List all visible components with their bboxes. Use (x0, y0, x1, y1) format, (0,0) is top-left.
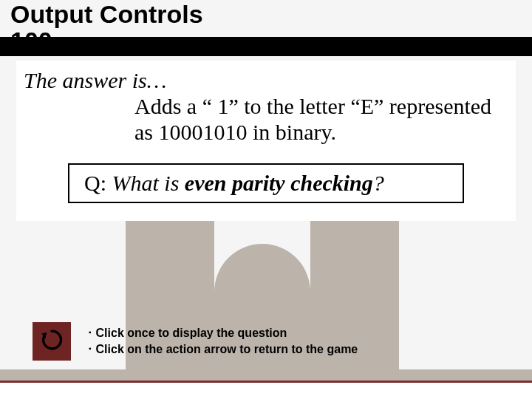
answer-lead: The answer is… (24, 68, 508, 93)
answer-panel: The answer is… Adds a “ 1” to the letter… (16, 61, 516, 221)
bullet-icon: ▪ (89, 325, 92, 340)
bullet-icon: ▪ (89, 341, 92, 356)
question-term: even parity checking (185, 171, 373, 195)
answer-body: Adds a “ 1” to the letter “E” represente… (134, 93, 508, 146)
question-suffix: ? (373, 171, 384, 195)
title-line-1: Output Controls (10, 0, 203, 28)
slide-title: Output Controls 100 (10, 1, 203, 54)
return-button[interactable] (33, 322, 71, 361)
question-prefix: What is (112, 171, 185, 195)
return-arrow-icon (39, 327, 64, 355)
instruction-line-2: Click on the action arrow to return to t… (96, 341, 358, 358)
title-line-2: 100 (10, 28, 203, 55)
instructions: ▪ Click once to display the question ▪ C… (89, 325, 358, 357)
question-label: Q: (84, 171, 106, 195)
instruction-line-1: Click once to display the question (96, 325, 287, 341)
footer: ▪ Click once to display the question ▪ C… (33, 322, 358, 361)
question-box: Q: What is even parity checking? (68, 163, 464, 203)
